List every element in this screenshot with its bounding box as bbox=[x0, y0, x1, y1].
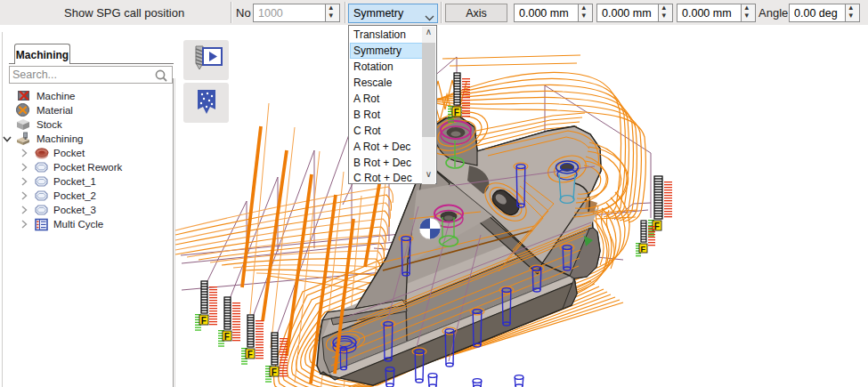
svg-text:Pocket_3: Pocket_3 bbox=[53, 205, 96, 215]
svg-text:Machine: Machine bbox=[37, 91, 75, 101]
svg-text:Pocket_2: Pocket_2 bbox=[53, 190, 96, 201]
svg-text:F: F bbox=[272, 367, 277, 377]
svg-text:F: F bbox=[224, 332, 230, 342]
svg-text:Material: Material bbox=[37, 105, 73, 116]
svg-text:Pocket Rework: Pocket Rework bbox=[53, 162, 123, 173]
svg-text:F: F bbox=[641, 245, 646, 254]
svg-text:Machining: Machining bbox=[37, 133, 83, 144]
svg-text:F: F bbox=[454, 108, 459, 117]
svg-text:F: F bbox=[247, 350, 253, 359]
svg-text:Stock: Stock bbox=[37, 119, 62, 130]
svg-text:Pocket_1: Pocket_1 bbox=[53, 176, 96, 187]
svg-text:F: F bbox=[201, 316, 207, 326]
svg-text:Multi Cycle: Multi Cycle bbox=[53, 219, 103, 230]
svg-text:Pocket: Pocket bbox=[53, 148, 85, 158]
